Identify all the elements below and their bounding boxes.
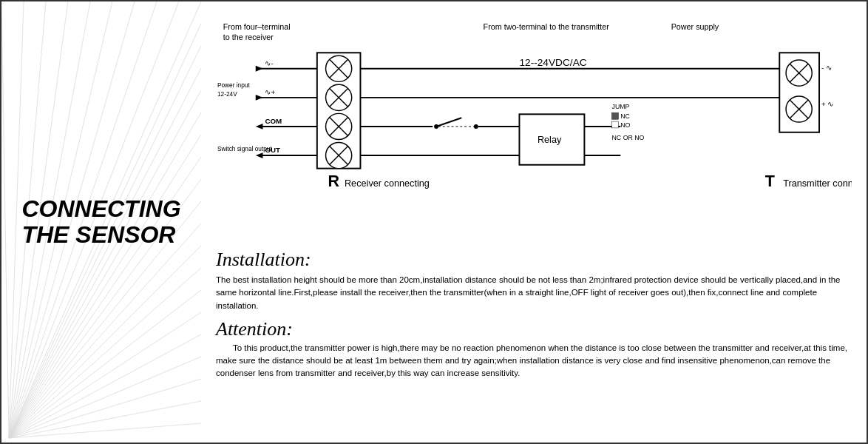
svg-point-68 (474, 124, 478, 129)
label-four-terminal: From four–terminal (223, 22, 291, 31)
svg-text:COM: COM (265, 117, 282, 125)
svg-text:From two-terminal to the trans: From two-terminal to the transmitter (484, 22, 610, 31)
left-title-line2: THE SENSOR (21, 222, 180, 248)
svg-text:NC OR NO: NC OR NO (612, 134, 645, 141)
svg-text:T: T (765, 172, 775, 190)
svg-text:R: R (328, 172, 339, 190)
svg-text:OUT: OUT (265, 146, 280, 154)
svg-text:to the receiver: to the receiver (223, 33, 274, 41)
svg-marker-47 (256, 66, 263, 72)
left-panel: CONNECTING THE SENSOR (1, 1, 201, 443)
installation-section: Installation: The best installation heig… (216, 249, 852, 312)
svg-text:+ ∿: + ∿ (821, 100, 833, 108)
svg-text:∿+: ∿+ (265, 88, 275, 96)
svg-text:Power supply: Power supply (671, 22, 719, 31)
svg-rect-76 (612, 112, 619, 119)
svg-text:- ∿: - ∿ (821, 64, 832, 72)
svg-marker-52 (256, 95, 263, 101)
installation-body: The best installation height should be m… (216, 274, 852, 312)
svg-text:NO: NO (620, 121, 630, 129)
svg-marker-55 (256, 124, 263, 130)
svg-text:12-24V: 12-24V (217, 90, 237, 98)
svg-text:NC: NC (620, 112, 630, 120)
svg-text:Receiver connecting: Receiver connecting (345, 178, 430, 189)
left-title: CONNECTING THE SENSOR (7, 181, 195, 263)
left-title-line1: CONNECTING (21, 196, 180, 222)
svg-text:12--24VDC/AC: 12--24VDC/AC (519, 57, 586, 68)
diagram-area: From four–terminal to the receiver From … (216, 10, 852, 240)
svg-rect-78 (612, 121, 619, 128)
right-panel: From four–terminal to the receiver From … (201, 1, 867, 443)
attention-title: Attention: (216, 318, 852, 340)
svg-text:∿-: ∿- (265, 59, 273, 67)
svg-line-66 (436, 118, 461, 127)
attention-section: Attention: To this product,the transmitt… (216, 318, 852, 380)
attention-body: To this product,the transmitter power is… (216, 342, 852, 380)
svg-text:Switch signal output: Switch signal output (217, 145, 272, 152)
page-container: CONNECTING THE SENSOR From four–terminal… (0, 0, 868, 444)
svg-text:Transmitter connecting: Transmitter connecting (783, 178, 852, 189)
svg-marker-59 (256, 152, 263, 158)
svg-text:Relay: Relay (538, 135, 562, 145)
installation-title: Installation: (216, 249, 852, 271)
svg-text:JUMP: JUMP (612, 104, 630, 111)
svg-text:Power input: Power input (217, 81, 251, 89)
